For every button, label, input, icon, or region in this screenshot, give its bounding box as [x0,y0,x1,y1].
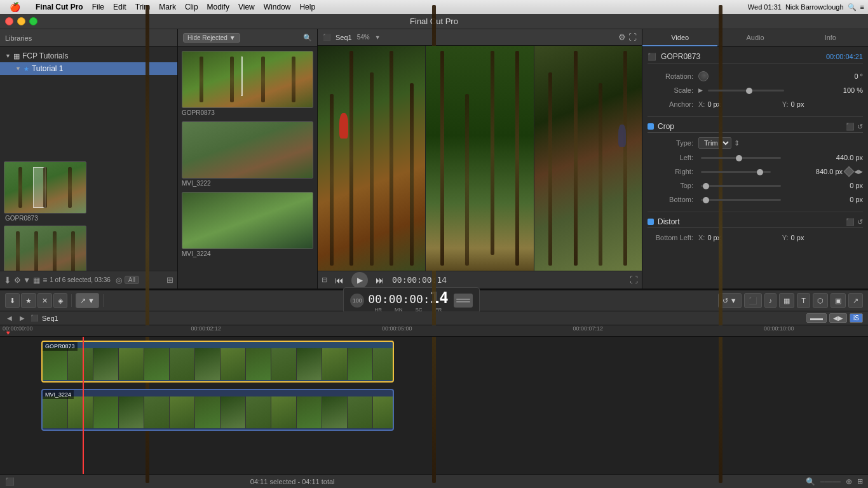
scale-slider[interactable] [708,90,784,92]
crop-right-thumb[interactable] [757,169,763,175]
secondary-filmstrip [43,396,393,430]
film-cell-s9 [246,396,271,428]
playhead-marker: ♥ [6,329,13,336]
film-cell-14 [373,348,393,380]
film-cell-s2 [68,396,93,428]
film-cell-7 [195,348,220,380]
primary-filmstrip [43,348,393,381]
film-cell-9 [246,348,271,380]
film-cell-8 [220,348,246,380]
film-cell-s3 [93,396,119,428]
film-cell-s7 [195,396,220,428]
timeline-section: ◀ ▶ ⬛ Seq1 ▬▬ ◀▶ iS 00:00:00:00 00:00:02… [0,311,868,474]
viewer-canvas [318,46,642,271]
browser-panel: Hide Rejected ▼ 🔍 [178,29,318,288]
film-cell-10 [271,348,297,380]
video-panel-middle [426,46,534,271]
video-panel-right [534,46,642,271]
video-panel-left [318,46,426,271]
ruler-label-4: 00:00:10:00 [764,325,794,332]
ruler-label-1: 00:00:02:12 [191,325,222,332]
film-cell-3 [93,348,119,380]
track-primary: GOPR0873 [0,339,868,385]
film-cell-6 [170,348,195,380]
film-cell-s5 [144,396,170,428]
film-cell-2 [68,348,93,380]
browser-filmstrip-area: GOPR0873 MVI_3222 [178,47,317,288]
film-cell-s10 [271,396,297,428]
crop-top-slider[interactable] [701,185,781,187]
film-cell-4 [119,348,144,380]
secondary-clip-label: MVI_3224 [43,390,74,399]
film-cell-11 [297,348,322,380]
timeline-tracks: GOPR0873 [0,337,868,474]
track-secondary: MVI_3224 [0,388,868,433]
crop-bottom-slider[interactable] [701,199,781,201]
secondary-clip[interactable]: MVI_3224 [41,389,394,431]
timeline-ruler: 00:00:00:00 00:00:02:12 00:00:05:00 00:0… [0,325,868,337]
playhead-line [83,337,84,474]
crop-left-thumb[interactable] [736,155,742,161]
film-cell-1 [43,348,68,380]
film-cell-13 [348,348,373,380]
browser-clip-3[interactable]: MVI_3224 [182,192,313,257]
film-cell-s8 [220,396,246,428]
film-cell-s11 [297,396,322,428]
film-cell-s1 [43,396,68,428]
film-cell-s12 [322,396,348,428]
primary-clip-label: GOPR0873 [43,342,78,351]
primary-clip[interactable]: GOPR0873 [41,341,394,383]
viewer-panel: ⬛ Seq1 54% ▼ ⚙ ⛶ [318,29,642,288]
ruler-label-2: 00:00:05:00 [382,325,412,332]
film-cell-s6 [170,396,195,428]
film-cell-s13 [348,396,373,428]
film-cell-12 [322,348,348,380]
film-cell-s14 [373,396,393,428]
film-cell-s4 [119,396,144,428]
ruler-label-3: 00:00:07:12 [573,325,604,332]
crop-top-thumb[interactable] [703,183,709,189]
crop-bottom-thumb[interactable] [703,197,709,203]
crop-right-slider[interactable] [701,171,771,173]
scale-slider-thumb[interactable] [746,88,752,94]
crop-left-slider[interactable] [701,157,781,159]
film-cell-5 [144,348,170,380]
